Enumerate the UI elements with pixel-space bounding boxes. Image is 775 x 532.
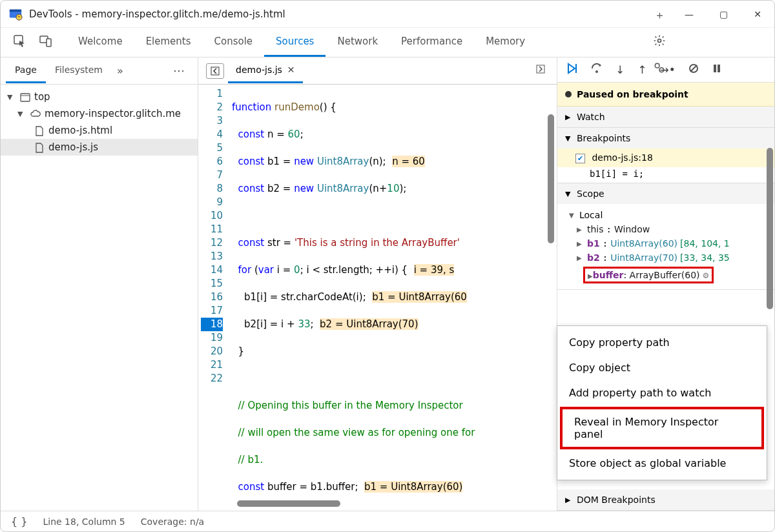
- scope-local-header[interactable]: ▼Local: [557, 208, 774, 222]
- svg-rect-12: [537, 65, 544, 73]
- dom-breakpoints-section-header[interactable]: ▶DOM Breakpoints: [557, 489, 774, 510]
- file-tree: ▼ top ▼ memory-inspector.glitch.me demo-…: [1, 85, 198, 159]
- frame-icon: [20, 91, 30, 103]
- inspect-element-icon[interactable]: [14, 35, 26, 50]
- editor-statusbar: { } Line 18, Column 5 Coverage: n/a: [1, 511, 774, 531]
- breakpoint-checkbox[interactable]: ✔: [575, 154, 585, 163]
- scope-section-header[interactable]: ▼Scope: [557, 183, 774, 204]
- svg-rect-1: [10, 9, 21, 12]
- context-menu: Copy property path Copy object Add prope…: [557, 325, 767, 480]
- tree-file-js-label: demo-js.js: [48, 141, 98, 153]
- debugger-vertical-scrollbar[interactable]: [767, 148, 773, 309]
- settings-icon[interactable]: [653, 34, 666, 50]
- inline-hint: i = 39, s: [414, 264, 455, 276]
- file-icon: [34, 125, 45, 136]
- devtools-app-icon: [8, 7, 23, 21]
- editor-horizontal-scrollbar[interactable]: [237, 500, 340, 507]
- svg-point-14: [595, 70, 598, 73]
- window-title: DevTools - memory-inspector.glitch.me/de…: [29, 8, 285, 20]
- editor-pane: demo-js.js ✕ 123456789101112131415161718…: [198, 57, 557, 511]
- tab-welcome[interactable]: Welcome: [67, 28, 134, 57]
- scope-this[interactable]: ▶this: Window: [557, 222, 774, 236]
- code-editor[interactable]: 12345678910111213141516171819202122 func…: [198, 85, 557, 511]
- editor-tab[interactable]: demo-js.js ✕: [228, 58, 303, 83]
- inline-hint: n = 60: [392, 156, 425, 167]
- editor-more-icon[interactable]: [531, 65, 553, 77]
- cloud-icon: [30, 108, 41, 119]
- tab-elements[interactable]: Elements: [134, 28, 203, 57]
- panel-tabs: Welcome Elements Console Sources Network…: [67, 28, 537, 57]
- scope-buffer[interactable]: ▶buffer: ArrayBuffer(60)⚙: [557, 265, 774, 285]
- tree-top-frame[interactable]: ▼ top: [1, 88, 198, 105]
- tree-domain[interactable]: ▼ memory-inspector.glitch.me: [1, 105, 198, 122]
- pause-on-exceptions-icon[interactable]: [712, 63, 722, 76]
- ctx-store-global[interactable]: Store object as global variable: [557, 451, 767, 476]
- navigator-tab-page[interactable]: Page: [6, 58, 46, 83]
- svg-line-16: [690, 65, 697, 72]
- svg-point-6: [658, 39, 661, 43]
- navigator-pane: Page Filesystem » ⋯ ▼ top ▼ memory-inspe…: [1, 57, 198, 511]
- svg-rect-17: [714, 65, 716, 72]
- tree-file-js[interactable]: demo-js.js: [1, 139, 198, 156]
- breakpoints-section-header[interactable]: ▼Breakpoints: [557, 128, 774, 148]
- tab-network[interactable]: Network: [326, 28, 389, 57]
- main-toolbar: Welcome Elements Console Sources Network…: [1, 28, 774, 57]
- breakpoint-code: b1[i] = i;: [557, 167, 774, 183]
- breakpoint-location: demo-js.js:18: [592, 152, 652, 163]
- resume-icon[interactable]: [566, 63, 578, 77]
- status-coverage: Coverage: n/a: [141, 517, 204, 527]
- line-gutter[interactable]: 12345678910111213141516171819202122: [198, 85, 229, 511]
- new-tab-icon[interactable]: ＋: [654, 8, 665, 23]
- svg-rect-9: [21, 94, 30, 101]
- step-out-icon[interactable]: ↑: [637, 63, 646, 76]
- editor-tab-close-icon[interactable]: ✕: [287, 65, 295, 75]
- editor-vertical-scrollbar[interactable]: [548, 114, 554, 243]
- ctx-add-to-watch[interactable]: Add property path to watch: [557, 380, 767, 405]
- svg-rect-11: [211, 67, 219, 75]
- navigator-more-tabs-icon[interactable]: »: [112, 65, 129, 77]
- tree-file-html-label: demo-js.html: [48, 125, 112, 136]
- navigator-tab-filesystem[interactable]: Filesystem: [46, 58, 112, 83]
- watch-section-header[interactable]: ▶Watch: [557, 107, 774, 127]
- svg-rect-5: [46, 39, 51, 46]
- editor-nav-toggle-icon[interactable]: [206, 63, 224, 79]
- tree-domain-label: memory-inspector.glitch.me: [45, 108, 181, 119]
- step-icon[interactable]: →•: [660, 63, 676, 76]
- inline-hint: b1 = Uint8Array(60: [372, 291, 467, 303]
- inline-hint: b1 = Uint8Array(60): [364, 481, 462, 493]
- deactivate-breakpoints-icon[interactable]: [688, 63, 699, 76]
- editor-tab-label: demo-js.js: [236, 65, 282, 75]
- tree-top-label: top: [34, 91, 50, 103]
- scope-b2[interactable]: ▶b2: Uint8Array(70) [33, 34, 35: [557, 251, 774, 265]
- inline-hint: b2 = Uint8Array(70): [320, 318, 418, 330]
- device-toolbar-icon[interactable]: [39, 35, 52, 50]
- pretty-print-icon[interactable]: { }: [11, 515, 27, 527]
- tree-file-html[interactable]: demo-js.html: [1, 122, 198, 139]
- svg-rect-18: [718, 65, 720, 72]
- tab-sources[interactable]: Sources: [264, 28, 326, 57]
- navigator-kebab-icon[interactable]: ⋯: [167, 61, 192, 80]
- tab-memory[interactable]: Memory: [474, 28, 537, 57]
- ctx-reveal-memory-inspector[interactable]: Reveal in Memory Inspector panel: [560, 407, 764, 449]
- status-line-col: Line 18, Column 5: [43, 517, 125, 527]
- step-into-icon[interactable]: ↓: [615, 63, 625, 76]
- paused-banner: Paused on breakpoint: [557, 83, 774, 107]
- ctx-copy-object[interactable]: Copy object: [557, 355, 767, 380]
- code-area[interactable]: function runDemo() { const n = 60; const…: [229, 85, 557, 511]
- pause-dot-icon: [565, 91, 572, 97]
- scope-b1[interactable]: ▶b1: Uint8Array(60) [84, 104, 1: [557, 236, 774, 251]
- debugger-toolbar: ↓ ↑ →•: [557, 57, 774, 83]
- ctx-copy-property-path[interactable]: Copy property path: [557, 330, 767, 355]
- file-icon: [34, 141, 45, 153]
- tab-performance[interactable]: Performance: [389, 28, 474, 57]
- breakpoint-item[interactable]: ✔ demo-js.js:18: [557, 148, 774, 167]
- paused-label: Paused on breakpoint: [577, 89, 688, 99]
- step-over-icon[interactable]: [591, 63, 603, 77]
- tab-console[interactable]: Console: [203, 28, 265, 57]
- memory-gear-icon[interactable]: ⚙: [703, 271, 710, 280]
